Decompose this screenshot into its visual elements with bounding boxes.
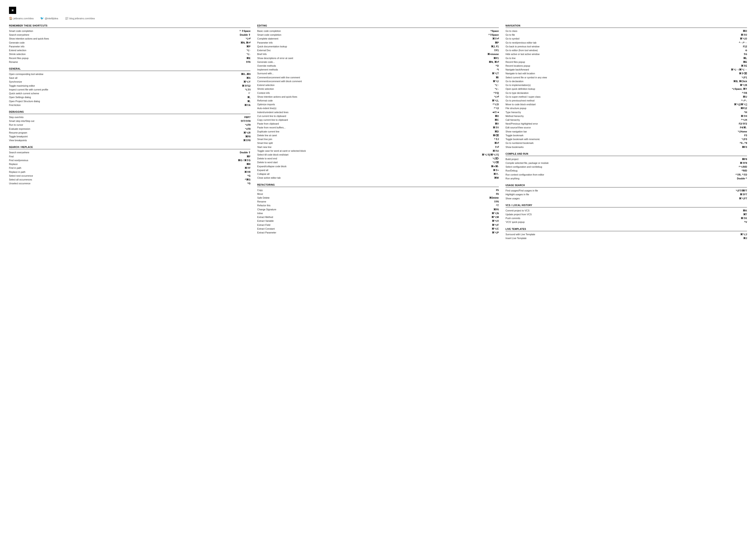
shortcut-desc: Extend selection	[257, 84, 495, 87]
shortcut-row: Navigate to last edit location⌘⇧⌫	[505, 72, 747, 75]
shortcut-row: Start new line⇧⏎	[257, 145, 499, 149]
shortcut-key: ⌘F1	[494, 57, 499, 60]
shortcut-key: ⌘⇧F9	[740, 162, 747, 165]
shortcut-desc: Next/Previous highlighted error	[505, 122, 739, 125]
shortcut-key: ⌥⇧I	[245, 88, 251, 91]
shortcut-desc: Smart step into/Step out	[9, 119, 240, 123]
section-3-2: COMPILE AND RUNBuild project⌘F9Compile s…	[505, 153, 747, 181]
shortcut-desc: Run to cursor	[9, 123, 245, 127]
shortcut-key: ⌘F8	[245, 135, 251, 138]
shortcut-key: ^⌥R/D	[739, 165, 747, 168]
shortcut-desc: Extract Constant	[257, 227, 492, 231]
section-title: REFACTORING	[257, 184, 499, 187]
shortcut-row: Rename⇧F6	[257, 200, 499, 204]
shortcut-key: ⌘⌥B	[740, 84, 747, 87]
shortcut-row: Change Signature⌘F6	[257, 208, 499, 212]
shortcut-row: Move to code block end/start⌘⌥[/⌘⌥]	[505, 103, 747, 106]
section-title: LIVE TEMPLATES	[505, 228, 747, 231]
shortcut-desc: Edit source/View source	[505, 126, 740, 129]
shortcut-desc: Show descriptions of error at caret	[257, 57, 494, 60]
shortcut-key: ^Space	[491, 29, 499, 33]
shortcut-key: F12	[743, 45, 747, 48]
shortcut-key: ⌘⇧V	[493, 126, 499, 129]
shortcut-key: ⌥Space, ⌘Y	[732, 87, 747, 91]
shortcut-row: Open Settings dialog⌘,	[9, 95, 251, 99]
shortcut-row: Context info^⇧Q	[257, 91, 499, 95]
shortcut-row: Go to symbol⌘⌥O	[505, 37, 747, 40]
shortcut-key: ⌘⌥F	[492, 223, 499, 227]
shortcut-key: Double ⇧	[240, 151, 251, 154]
shortcut-row: Go to super-method / super-class⌘U	[505, 95, 747, 99]
shortcut-key: ⌘⌥L	[492, 99, 499, 102]
shortcut-row: Show intention actions and quick-fixes⌥⏎	[9, 37, 251, 40]
shortcut-desc: Method hierarchy	[505, 114, 741, 118]
shortcut-row: Go to file⌘⇧O	[505, 33, 747, 37]
shortcut-key: ^I	[497, 68, 499, 71]
shortcut-desc: Navigate back/forward	[505, 68, 731, 71]
shortcut-row: Call hierarchy^⌥H	[505, 118, 747, 122]
shortcut-row: Hide active or last active window⇧⎋	[505, 52, 747, 56]
shortcut-key: F8/F7	[244, 115, 251, 119]
shortcut-key: ⌥↑	[246, 49, 251, 52]
shortcut-row: Toggle case for word at caret or selecte…	[257, 149, 499, 153]
shortcut-desc: Cut current line to clipboard	[257, 114, 495, 118]
shortcut-row: Delete to word end⌥⌦	[257, 157, 499, 161]
shortcut-desc: Inline	[257, 212, 492, 215]
section-title: GENERAL	[9, 67, 251, 71]
shortcut-row: Inline⌘⌥N	[257, 212, 499, 215]
shortcut-key: ⌘⌥Y	[243, 80, 251, 84]
shortcut-key: ^ ⇧Space	[239, 29, 251, 33]
shortcut-key: ⌘⇧R	[244, 170, 251, 174]
shortcut-desc: Open quick definition lookup	[505, 87, 732, 91]
shortcut-key: ⇧F6	[246, 61, 251, 64]
shortcut-desc: Expand/collapse code block	[257, 165, 491, 168]
shortcut-row: Basic code completion^Space	[257, 29, 499, 33]
shortcut-key: ⌘⌥M	[491, 216, 499, 219]
shortcut-desc: Delete to word end	[257, 157, 492, 160]
shortcut-row: Compile selected file, package or module…	[505, 161, 747, 165]
shortcut-desc: Step over/into	[9, 115, 244, 119]
header: ⌘ 🏠jetbrains.com/idea🐦@intellijidea📰blog…	[9, 7, 747, 20]
shortcut-row: Resume program⌘⌥R	[9, 131, 251, 135]
shortcut-row: Go to type declaration^⇧B	[505, 91, 747, 95]
shortcut-desc: Go to type declaration	[505, 91, 742, 95]
shortcut-key: ⌘⇧F8	[243, 139, 251, 142]
shortcut-desc: Close active editor tab	[257, 176, 494, 180]
shortcut-desc: Run context configuration from editor	[505, 173, 736, 176]
shortcut-key: ^⌥O	[493, 103, 499, 106]
shortcut-row: Extend selection⌥↑	[9, 48, 251, 52]
shortcut-desc: Search everywhere	[9, 33, 240, 37]
shortcut-key: ⌥F1	[742, 76, 747, 79]
shortcut-key: ^R/D	[742, 169, 747, 172]
shortcut-desc: Quick documentation lookup	[257, 45, 491, 48]
shortcut-row: Synchronize⌘⌥Y	[9, 80, 251, 84]
shortcut-desc: Indent/unindent selected lines	[257, 111, 492, 114]
shortcut-row: Smart code completion^ ⇧Space	[9, 29, 251, 33]
section-title: SEARCH / REPLACE	[9, 146, 251, 149]
shortcut-row: Select current file or symbol in any vie…	[505, 76, 747, 80]
shortcut-desc: Copy current line to clipboard	[257, 118, 495, 122]
shortcut-row: Select next occurrence^G	[9, 174, 251, 178]
shortcut-row: Go to declaration⌘B, ⌘Click	[505, 80, 747, 83]
shortcut-desc: Unselect occurrence	[9, 182, 247, 185]
shortcut-desc: Show intention actions and quick-fixes	[9, 37, 246, 40]
shortcut-row: Paste from clipboard⌘V	[257, 122, 499, 126]
shortcut-desc: Rename	[257, 200, 494, 203]
shortcut-key: F2/⇧F2	[739, 122, 747, 125]
shortcut-key: ⌘⇧F12	[242, 84, 251, 88]
shortcut-key: ⌘⌥O	[740, 37, 747, 40]
shortcut-row: Find in path⌘⇧F	[9, 166, 251, 170]
shortcut-desc: Push commits	[505, 216, 741, 220]
shortcut-key: ⌥⏎	[246, 37, 251, 40]
shortcut-key: F5	[496, 189, 499, 192]
shortcut-desc: Rename	[9, 61, 246, 64]
shortcut-key: ⌘X	[495, 114, 499, 118]
shortcut-desc: Basic code completion	[257, 29, 490, 33]
shortcut-key: F3	[744, 134, 747, 137]
shortcut-row: Highlight usages in file⌘⇧F7	[505, 192, 747, 196]
shortcut-key: ⌘E	[246, 57, 251, 60]
shortcut-desc: Implement methods	[257, 68, 497, 71]
shortcut-desc: File structure popup	[505, 107, 741, 110]
social-link: 🐦@intellijidea	[40, 16, 58, 20]
shortcut-desc: Go back to previous tool window	[505, 45, 743, 48]
